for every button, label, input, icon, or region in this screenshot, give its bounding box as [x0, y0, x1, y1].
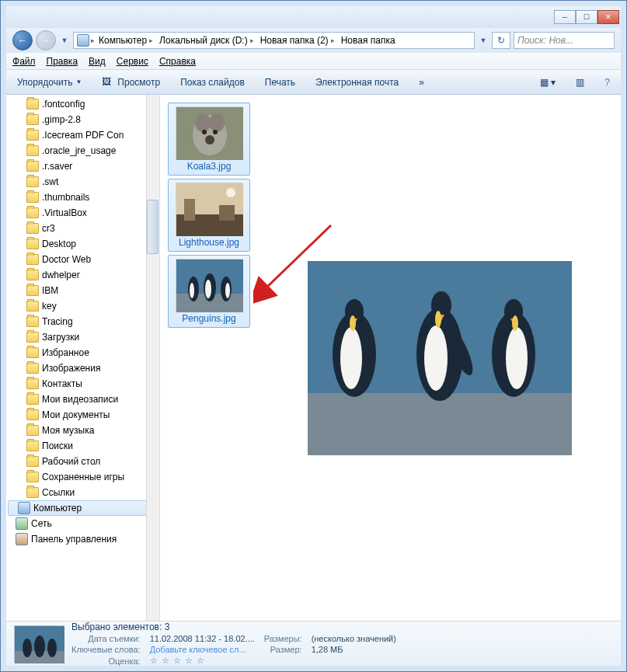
- menu-file[interactable]: Файл: [12, 56, 36, 67]
- tree-folder-item[interactable]: Мои документы: [6, 407, 159, 423]
- tree-folder-item[interactable]: Моя музыка: [6, 423, 159, 438]
- tree-folder-item[interactable]: key: [6, 298, 159, 314]
- breadcrumb[interactable]: Компьютер▸: [96, 35, 155, 46]
- minimize-button[interactable]: ─: [554, 10, 576, 24]
- svg-rect-9: [184, 199, 195, 221]
- tree-folder-item[interactable]: .gimp-2.8: [6, 112, 159, 127]
- tree-folder-item[interactable]: .thumbnails: [6, 190, 159, 205]
- organize-button[interactable]: Упорядочить ▼: [12, 75, 86, 90]
- control-panel-icon: [16, 533, 28, 545]
- menu-help[interactable]: Справка: [159, 56, 196, 67]
- file-name: Lighthouse.jpg: [179, 237, 239, 248]
- email-button[interactable]: Электронная почта: [311, 75, 403, 90]
- sidebar-scrollbar[interactable]: [146, 95, 159, 621]
- address-path[interactable]: ▸ Компьютер▸ Локальный диск (D:)▸ Новая …: [73, 32, 475, 49]
- folder-icon: [26, 425, 39, 436]
- tree-folder-item[interactable]: dwhelper: [6, 267, 159, 283]
- tree-folder-item[interactable]: Ссылки: [6, 485, 159, 500]
- history-dropdown[interactable]: ▼: [59, 33, 70, 48]
- breadcrumb[interactable]: Новая папка: [339, 35, 398, 46]
- maximize-button[interactable]: ☐: [576, 10, 597, 24]
- tree-folder-item[interactable]: Избранное: [6, 345, 159, 360]
- tree-folder-item[interactable]: .Icecream PDF Con: [6, 127, 159, 143]
- tree-item-label: Контакты: [42, 378, 82, 389]
- refresh-button[interactable]: ↻: [492, 32, 510, 49]
- titlebar[interactable]: ─ ☐ ✕: [6, 6, 621, 28]
- svg-point-25: [350, 315, 356, 331]
- folder-icon: [26, 270, 39, 280]
- tree-folder-item[interactable]: Doctor Web: [6, 252, 159, 267]
- menu-bar: Файл Правка Вид Сервис Справка: [6, 53, 621, 70]
- forward-button[interactable]: →: [36, 30, 56, 50]
- svg-point-27: [424, 326, 448, 391]
- scrollbar-thumb[interactable]: [147, 200, 158, 254]
- back-button[interactable]: ←: [12, 30, 33, 50]
- tree-item-label: Ссылки: [42, 487, 75, 498]
- file-item[interactable]: Penguins.jpg: [168, 255, 250, 328]
- more-button[interactable]: »: [414, 75, 429, 90]
- print-button[interactable]: Печать: [260, 75, 300, 90]
- tree-folder-item[interactable]: Рабочий стол: [6, 454, 159, 469]
- menu-tools[interactable]: Сервис: [117, 56, 148, 67]
- help-button[interactable]: ?: [600, 75, 615, 90]
- slideshow-button[interactable]: Показ слайдов: [176, 75, 249, 90]
- folder-icon: [26, 316, 39, 327]
- tree-folder-item[interactable]: Сохраненные игры: [6, 469, 159, 485]
- tree-folder-item[interactable]: Изображения: [6, 360, 159, 376]
- search-input[interactable]: Поиск: Нов...: [514, 32, 615, 49]
- breadcrumb[interactable]: Локальный диск (D:)▸: [157, 35, 256, 46]
- tree-folder-item[interactable]: .r.saver: [6, 158, 159, 174]
- tree-folder-item[interactable]: Desktop: [6, 236, 159, 252]
- tree-folder-item[interactable]: .VirtualBox: [6, 205, 159, 221]
- tree-folder-item[interactable]: IBM: [6, 283, 159, 298]
- tree-system-item[interactable]: Сеть: [6, 516, 159, 531]
- view-mode-button[interactable]: ▦ ▾: [535, 75, 560, 90]
- folder-icon: [26, 176, 39, 187]
- menu-edit[interactable]: Правка: [47, 56, 78, 67]
- svg-point-29: [435, 311, 441, 328]
- tree-item-label: Мои видеозаписи: [42, 394, 118, 405]
- file-thumbnail: [176, 259, 242, 312]
- tree-item-label: Изображения: [42, 363, 100, 374]
- tree-folder-item[interactable]: .fontconfig: [6, 96, 159, 112]
- tree-folder-item[interactable]: Контакты: [6, 376, 159, 392]
- close-button[interactable]: ✕: [597, 10, 619, 24]
- keywords-value[interactable]: Добавьте ключевое сл...: [150, 645, 255, 654]
- preview-button[interactable]: 🖼Просмотр: [97, 74, 165, 91]
- svg-rect-21: [308, 393, 572, 455]
- tree-folder-item[interactable]: Загрузки: [6, 329, 159, 345]
- svg-point-19: [225, 283, 230, 298]
- tree-system-item[interactable]: Панель управления: [6, 531, 159, 547]
- svg-point-4: [205, 135, 214, 144]
- navigation-pane[interactable]: .fontconfig.gimp-2.8.Icecream PDF Con.or…: [6, 95, 160, 621]
- tree-item-label: Моя музыка: [42, 425, 94, 436]
- svg-rect-10: [219, 205, 235, 221]
- folder-icon: [26, 285, 39, 296]
- svg-point-11: [226, 188, 235, 197]
- tree-folder-item[interactable]: .swt: [6, 174, 159, 190]
- tree-item-label: key: [42, 301, 57, 312]
- tree-system-item[interactable]: Компьютер: [8, 500, 158, 516]
- folder-icon: [26, 332, 39, 343]
- file-item[interactable]: Lighthouse.jpg: [168, 179, 250, 252]
- folder-icon: [26, 161, 39, 172]
- tree-item-label: Рабочий стол: [42, 456, 100, 467]
- rating-stars[interactable]: ☆ ☆ ☆ ☆ ☆: [150, 656, 255, 666]
- folder-icon: [26, 409, 39, 420]
- tree-folder-item[interactable]: Tracing: [6, 314, 159, 329]
- tree-folder-item[interactable]: Поиски: [6, 438, 159, 454]
- date-value: 11.02.2008 11:32 - 18.02....: [150, 634, 255, 643]
- file-list-pane[interactable]: Koala3.jpgLighthouse.jpgPenguins.jpg: [160, 95, 621, 621]
- file-item[interactable]: Koala3.jpg: [168, 103, 250, 176]
- menu-view[interactable]: Вид: [89, 56, 106, 67]
- preview-pane-button[interactable]: ▥: [571, 75, 589, 90]
- tree-folder-item[interactable]: cr3: [6, 221, 159, 236]
- tree-item-label: cr3: [42, 223, 55, 234]
- tree-folder-item[interactable]: .oracle_jre_usage: [6, 143, 159, 158]
- tree-item-label: .thumbnails: [42, 192, 89, 203]
- path-dropdown[interactable]: ▼: [478, 33, 489, 48]
- tree-item-label: Избранное: [42, 347, 89, 358]
- breadcrumb[interactable]: Новая папка (2)▸: [258, 35, 337, 46]
- details-pane: Выбрано элементов: 3 Дата съемки: 11.02.…: [6, 621, 621, 666]
- tree-folder-item[interactable]: Мои видеозаписи: [6, 392, 159, 407]
